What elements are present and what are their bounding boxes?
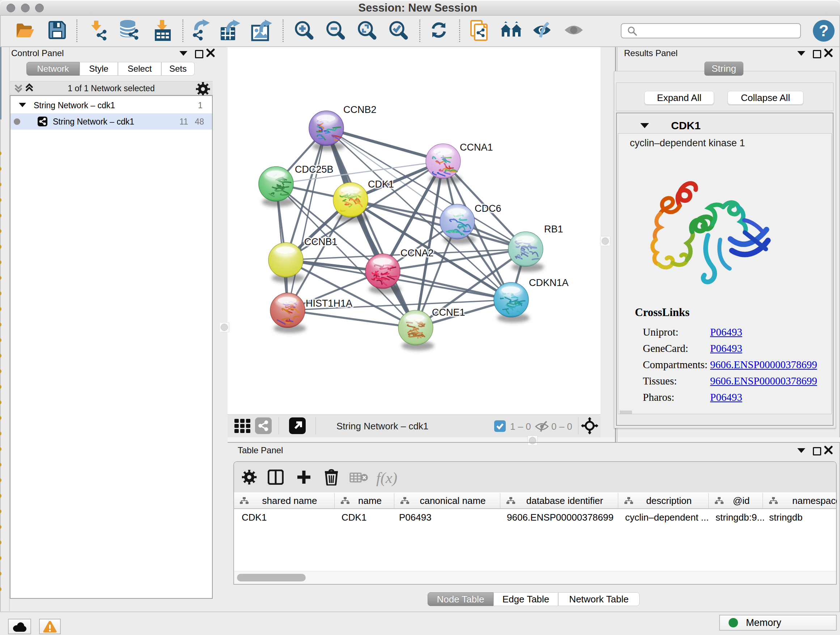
svg-text:RB1: RB1 — [544, 224, 563, 234]
svg-text:CCNB2: CCNB2 — [343, 104, 377, 115]
svg-text:CDK1: CDK1 — [368, 179, 394, 190]
svg-text:CDC6: CDC6 — [475, 203, 501, 214]
svg-text:CCNA1: CCNA1 — [460, 142, 493, 153]
svg-text:CCNA2: CCNA2 — [401, 248, 434, 258]
svg-text:CCNB1: CCNB1 — [304, 236, 338, 247]
svg-text:HIST1H1A: HIST1H1A — [306, 298, 352, 309]
svg-text:CDKN1A: CDKN1A — [529, 277, 569, 288]
svg-text:CCNE1: CCNE1 — [432, 307, 465, 318]
svg-text:CDC25B: CDC25B — [295, 164, 333, 175]
